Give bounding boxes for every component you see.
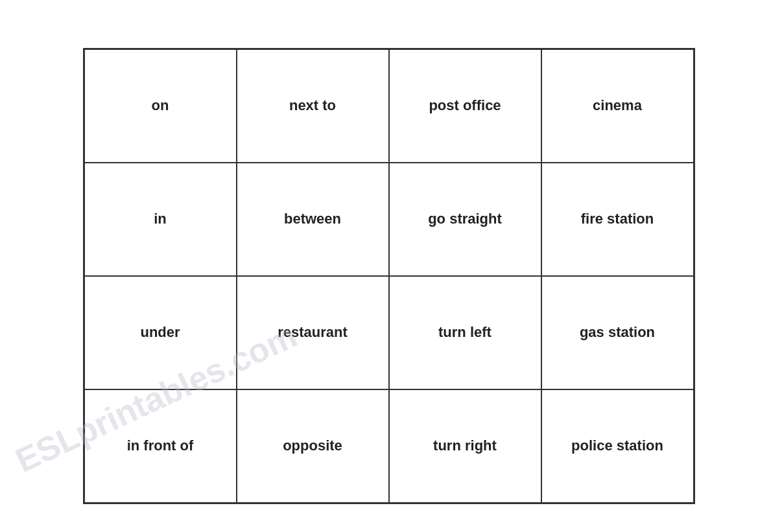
cell-next-to: next to: [237, 49, 389, 163]
cell-go-straight: go straight: [389, 163, 541, 276]
cell-opposite: opposite: [237, 389, 389, 503]
cell-gas-station: gas station: [541, 276, 694, 389]
cell-turn-right: turn right: [389, 389, 541, 503]
cell-in: in: [84, 163, 237, 276]
cell-between: between: [237, 163, 389, 276]
cell-on: on: [84, 49, 237, 163]
cell-police-station: police station: [541, 389, 694, 503]
cell-turn-left: turn left: [389, 276, 541, 389]
cell-under: under: [84, 276, 237, 389]
cell-restaurant: restaurant: [237, 276, 389, 389]
cell-post-office: post office: [389, 49, 541, 163]
cell-in-front-of: in front of: [84, 389, 237, 503]
cell-cinema: cinema: [541, 49, 694, 163]
word-grid: onnext topost officecinemainbetweengo st…: [83, 48, 695, 504]
cell-fire-station: fire station: [541, 163, 694, 276]
